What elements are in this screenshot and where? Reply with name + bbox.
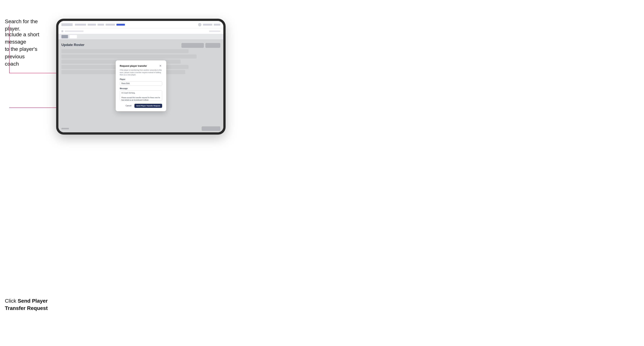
send-transfer-request-button[interactable]: Send Player Transfer Request: [134, 104, 162, 108]
header-avatar: [198, 23, 202, 26]
annotation-search: Search for the player.: [5, 18, 54, 32]
modal-overlay: Request player transfer ✕ If the player …: [58, 39, 223, 132]
nav-item-3[interactable]: [98, 24, 104, 26]
sub-item-1: [65, 30, 84, 32]
tablet-screen: Update Roster: [58, 21, 223, 132]
arrow-vert-1: [9, 24, 10, 73]
app-header: [58, 21, 223, 28]
nav-item-4[interactable]: [106, 24, 115, 26]
modal-description: If the player is transferring from anoth…: [120, 69, 162, 76]
app-content: Update Roster: [58, 39, 223, 132]
sub-item-right: [209, 30, 220, 32]
annotation-click: Click Send PlayerTransfer Request: [5, 297, 56, 312]
annotation-message: Include a short messageto the player's p…: [5, 31, 56, 67]
nav-item-1[interactable]: [75, 24, 86, 26]
modal-header: Request player transfer ✕: [120, 64, 162, 67]
cancel-button[interactable]: Cancel: [124, 104, 133, 108]
header-btn-2[interactable]: [214, 24, 220, 26]
app-toolbar: [58, 34, 223, 39]
nav-item-active[interactable]: [116, 24, 125, 26]
app-logo: [62, 23, 73, 26]
sub-checkbox: [62, 30, 63, 32]
message-label: Message: [120, 87, 162, 90]
close-icon[interactable]: ✕: [159, 64, 162, 67]
message-textarea[interactable]: Hi Coach McHarg, Please accept this tran…: [120, 90, 162, 101]
tablet-device: Update Roster: [56, 19, 226, 135]
app-nav: [75, 24, 196, 26]
header-btn-1[interactable]: [203, 24, 212, 26]
modal-dialog: Request player transfer ✕ If the player …: [116, 60, 166, 111]
modal-footer: Cancel Send Player Transfer Request: [120, 104, 162, 108]
nav-item-2[interactable]: [88, 24, 96, 26]
modal-title: Request player transfer: [120, 64, 147, 67]
toolbar-tab-1[interactable]: [62, 35, 68, 38]
toolbar-tab-active[interactable]: [70, 35, 77, 38]
player-label: Player: [120, 78, 162, 80]
header-right: [198, 23, 220, 26]
player-input[interactable]: [120, 81, 162, 86]
app-subheader: [58, 28, 223, 34]
